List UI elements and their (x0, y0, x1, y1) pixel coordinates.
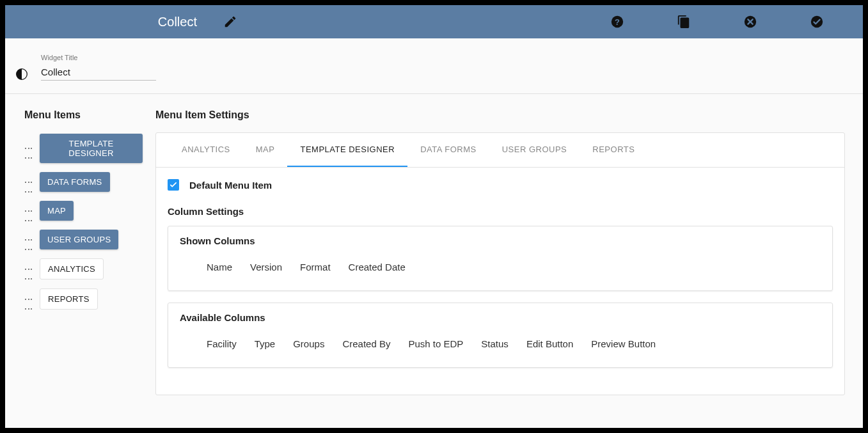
settings-heading: Menu Item Settings (155, 109, 845, 121)
available-columns-title: Available Columns (180, 312, 821, 323)
settings-tabs: ANALYTICSMAPTEMPLATE DESIGNERDATA FORMSU… (156, 133, 844, 168)
column-settings-heading: Column Settings (168, 206, 833, 217)
copy-button[interactable] (676, 14, 691, 29)
default-menu-item-checkbox[interactable] (168, 179, 179, 191)
available-column-chip[interactable]: Facility (207, 338, 237, 349)
svg-text:?: ? (615, 17, 620, 27)
drag-handle-icon[interactable]: ⋮⋮ (27, 295, 31, 304)
copy-icon (677, 15, 691, 29)
drag-handle-icon[interactable]: ⋮⋮ (27, 235, 31, 244)
topbar-title: Collect (158, 15, 197, 29)
settings-tab[interactable]: MAP (243, 133, 288, 167)
available-column-chip[interactable]: Created By (342, 338, 390, 349)
sidebar: Menu Items ⋮⋮TEMPLATE DESIGNER⋮⋮DATA FOR… (5, 94, 149, 428)
shown-column-chip[interactable]: Name (207, 262, 232, 272)
widget-title-input[interactable] (41, 64, 156, 81)
cancel-button[interactable] (743, 14, 758, 29)
shown-columns-title: Shown Columns (180, 235, 821, 246)
sidebar-menu-button[interactable]: MAP (40, 201, 74, 221)
settings-panel: Menu Item Settings ANALYTICSMAPTEMPLATE … (149, 94, 863, 428)
available-column-chip[interactable]: Groups (293, 338, 324, 349)
widget-title-section: Widget Title (5, 38, 863, 94)
available-columns-box: Available Columns FacilityTypeGroupsCrea… (168, 303, 833, 368)
drag-handle-icon[interactable]: ⋮⋮ (27, 207, 31, 216)
available-column-chip[interactable]: Push to EDP (408, 338, 463, 349)
sidebar-menu-button[interactable]: ANALYTICS (40, 258, 104, 279)
shown-column-chip[interactable]: Created Date (349, 262, 406, 272)
available-column-chip[interactable]: Preview Button (591, 338, 656, 349)
sidebar-item: ⋮⋮DATA FORMS (24, 172, 143, 192)
confirm-button[interactable] (809, 14, 825, 29)
top-bar: Collect ? (5, 5, 863, 38)
check-circle-icon (810, 15, 824, 29)
check-icon (169, 180, 178, 189)
sidebar-menu-button[interactable]: DATA FORMS (40, 172, 110, 192)
default-menu-item-label: Default Menu Item (189, 180, 272, 191)
sidebar-item: ⋮⋮REPORTS (24, 288, 143, 310)
widget-title-label: Widget Title (41, 54, 156, 61)
available-column-chip[interactable]: Status (481, 338, 509, 349)
settings-tab[interactable]: TEMPLATE DESIGNER (287, 133, 407, 167)
sidebar-heading: Menu Items (24, 109, 143, 121)
drag-handle-icon[interactable]: ⋮⋮ (27, 178, 31, 187)
sidebar-item: ⋮⋮USER GROUPS (24, 230, 143, 249)
shown-columns-box: Shown Columns NameVersionFormatCreated D… (168, 226, 833, 291)
close-circle-icon (743, 15, 757, 29)
pencil-icon (223, 15, 237, 29)
settings-tab[interactable]: ANALYTICS (169, 133, 243, 167)
sidebar-item: ⋮⋮MAP (24, 201, 143, 221)
available-column-chip[interactable]: Type (255, 338, 276, 349)
settings-tab[interactable]: USER GROUPS (489, 133, 580, 167)
edit-title-button[interactable] (223, 14, 238, 29)
sidebar-menu-button[interactable]: TEMPLATE DESIGNER (40, 134, 143, 163)
sidebar-item: ⋮⋮ANALYTICS (24, 258, 143, 279)
help-icon: ? (610, 15, 624, 29)
help-button[interactable]: ? (610, 14, 625, 29)
settings-tab[interactable]: REPORTS (580, 133, 647, 167)
sidebar-menu-button[interactable]: USER GROUPS (40, 230, 118, 249)
settings-tab[interactable]: DATA FORMS (407, 133, 489, 167)
drag-handle-icon[interactable]: ⋮⋮ (27, 144, 31, 153)
settings-card: ANALYTICSMAPTEMPLATE DESIGNERDATA FORMSU… (155, 132, 845, 395)
contrast-icon (15, 68, 28, 81)
drag-handle-icon[interactable]: ⋮⋮ (27, 265, 31, 274)
available-column-chip[interactable]: Edit Button (526, 338, 573, 349)
sidebar-item: ⋮⋮TEMPLATE DESIGNER (24, 134, 143, 163)
shown-column-chip[interactable]: Version (250, 262, 282, 272)
sidebar-menu-button[interactable]: REPORTS (40, 288, 98, 310)
shown-column-chip[interactable]: Format (300, 262, 331, 272)
